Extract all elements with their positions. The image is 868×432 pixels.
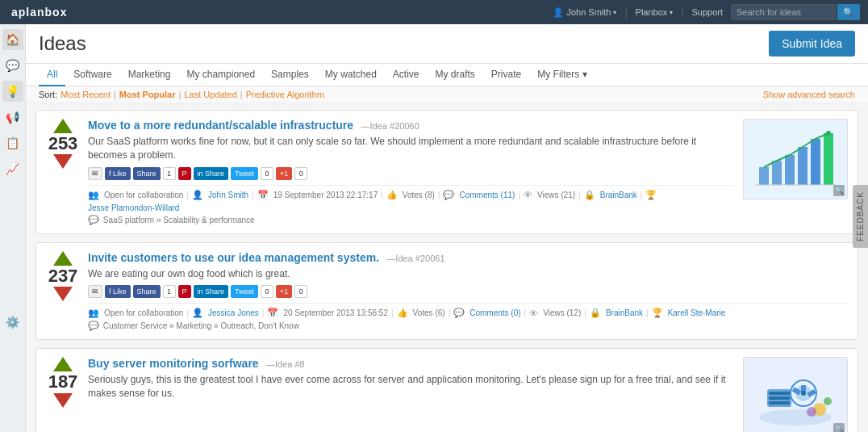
thumb-zoom-2[interactable]: 🔍 xyxy=(833,423,845,432)
meta-tag-link-1[interactable]: Customer Service » Marketing » Outreach,… xyxy=(103,321,299,330)
sort-most-popular[interactable]: Most Popular xyxy=(119,90,176,99)
idea-ref-2: —Idea #8 xyxy=(266,359,305,369)
meta-user-0[interactable]: John Smith xyxy=(208,191,248,199)
views-icon-0: 👁 xyxy=(524,190,532,199)
sidebar-icon-settings[interactable]: ⚙️ xyxy=(2,312,23,333)
vote-down-1[interactable] xyxy=(53,287,73,301)
sidebar-icon-announce[interactable]: 📢 xyxy=(2,107,23,128)
fb-share-btn-0[interactable]: Share xyxy=(133,167,161,180)
fb-like-btn-0[interactable]: f Like xyxy=(105,167,131,180)
tab-active[interactable]: Active xyxy=(385,64,428,86)
tab-my-filters[interactable]: My Filters ▾ xyxy=(529,64,595,86)
status-icon-1: 👥 xyxy=(88,308,99,318)
gplus-count-0: 0 xyxy=(294,167,307,180)
tab-software[interactable]: Software xyxy=(65,64,119,86)
email-btn-0[interactable]: ✉ xyxy=(88,167,102,180)
page-title: Ideas xyxy=(39,32,86,55)
nav-sep-1: | xyxy=(624,6,627,18)
sidebar-icon-home[interactable]: 🏠 xyxy=(2,29,23,50)
tab-my-watched[interactable]: My watched xyxy=(317,64,385,86)
status-1: Open for collaboration xyxy=(104,308,183,317)
thumb-zoom-0[interactable]: 🔍 xyxy=(833,185,845,196)
pin-btn-0[interactable]: P xyxy=(178,167,191,180)
idea-card-0: 253 Move to a more redundant/scalable in… xyxy=(35,110,858,234)
user-menu[interactable]: 👤 John Smith ▾ xyxy=(553,7,616,18)
svg-rect-10 xyxy=(769,392,790,395)
tag-icon-0: 💬 xyxy=(88,215,99,224)
fb-count-0: 1 xyxy=(163,167,176,180)
support-link[interactable]: Support xyxy=(691,7,723,17)
idea-thumb-0: 🔍 xyxy=(743,119,848,199)
meta-comments-0[interactable]: Comments (11) xyxy=(459,191,515,199)
meta-champion-0[interactable]: Jesse Plamondon-Willard xyxy=(88,203,179,212)
fb-share-btn-1[interactable]: Share xyxy=(133,285,161,298)
meta-comments-1[interactable]: Comments (0) xyxy=(469,308,520,317)
tab-private[interactable]: Private xyxy=(483,64,529,86)
search-container: 🔍 xyxy=(731,4,860,20)
fb-count-1: 1 xyxy=(163,285,176,298)
sort-sep-2: | xyxy=(179,90,182,99)
vote-down-2[interactable] xyxy=(53,393,73,408)
sort-predictive[interactable]: Predictive Algorithm xyxy=(246,90,324,99)
fb-like-btn-1[interactable]: f Like xyxy=(105,285,131,298)
meta-brainbank-1[interactable]: BrainBank xyxy=(606,308,643,317)
planbox-label: Planbox xyxy=(636,7,668,17)
sort-sep-3: | xyxy=(240,90,243,99)
idea-title-2[interactable]: Buy server monitoring sorfware xyxy=(88,357,259,370)
meta-champion-1[interactable]: Karell Ste-Marie xyxy=(668,308,726,317)
li-btn-0[interactable]: in Share xyxy=(194,167,229,180)
sidebar-icon-projects[interactable]: 📋 xyxy=(2,132,23,153)
meta-user-1[interactable]: Jessica Jones xyxy=(208,308,259,317)
tab-samples[interactable]: Samples xyxy=(263,64,317,86)
meta-votes-0: Votes (8) xyxy=(403,191,435,199)
tweet-btn-0[interactable]: Tweet xyxy=(231,167,258,180)
svg-rect-0 xyxy=(759,167,769,185)
sort-sep-1: | xyxy=(114,90,116,99)
gplus-btn-0[interactable]: +1 xyxy=(276,167,292,180)
views-icon-1: 👁 xyxy=(529,308,538,318)
sidebar-icon-analytics[interactable]: 📈 xyxy=(2,158,23,179)
meta-tag-link-0[interactable]: SaaS platform » Scalability & performanc… xyxy=(103,216,255,224)
sidebar-icon-messages[interactable]: 💬 xyxy=(2,55,23,76)
tweet-count-0: 0 xyxy=(261,167,273,180)
tweet-btn-1[interactable]: Tweet xyxy=(231,285,258,298)
idea-title-1[interactable]: Invite customers to use our idea managem… xyxy=(88,251,379,264)
status-icon-0: 👥 xyxy=(88,190,99,200)
idea-card-2: 187 Buy server monitoring sorfware —Idea… xyxy=(35,348,858,432)
tabs-bar: All Software Marketing My championed Sam… xyxy=(26,64,868,86)
tab-my-drafts[interactable]: My drafts xyxy=(428,64,483,86)
li-btn-1[interactable]: in Share xyxy=(194,285,229,298)
sidebar-icon-ideas[interactable]: 💡 xyxy=(2,81,23,102)
idea-content-1: Invite customers to use our idea managem… xyxy=(88,251,848,332)
show-advanced-search[interactable]: Show advanced search xyxy=(763,90,855,99)
tab-marketing[interactable]: Marketing xyxy=(120,64,179,86)
svg-point-18 xyxy=(801,391,806,396)
vote-count-0: 253 xyxy=(48,133,78,154)
vote-up-2[interactable] xyxy=(53,357,73,371)
svg-point-6 xyxy=(826,131,831,136)
vote-col-1: 237 xyxy=(46,251,80,332)
email-btn-1[interactable]: ✉ xyxy=(88,285,102,298)
search-input[interactable] xyxy=(731,4,836,20)
cal-icon-0: 📅 xyxy=(257,190,269,200)
svg-point-21 xyxy=(807,407,816,417)
svg-rect-4 xyxy=(811,139,820,185)
planbox-menu[interactable]: Planbox ▾ xyxy=(636,7,674,17)
vote-up-0[interactable] xyxy=(53,119,73,133)
user-icon-meta-1: 👤 xyxy=(192,308,203,318)
tab-my-championed[interactable]: My championed xyxy=(178,64,263,86)
gplus-btn-1[interactable]: +1 xyxy=(276,285,292,298)
vote-up-1[interactable] xyxy=(53,251,73,266)
submit-idea-button[interactable]: Submit Idea xyxy=(769,31,855,57)
search-button[interactable]: 🔍 xyxy=(837,4,860,20)
planbox-caret: ▾ xyxy=(670,9,673,16)
feedback-tab[interactable]: FEEDBACK xyxy=(853,185,868,248)
sort-last-updated[interactable]: Last Updated xyxy=(184,90,236,99)
idea-title-0[interactable]: Move to a more redundant/scalable infras… xyxy=(88,119,353,132)
vote-down-0[interactable] xyxy=(53,154,73,169)
vote-col-2: 187 xyxy=(46,357,80,432)
meta-brainbank-0[interactable]: BrainBank xyxy=(600,191,637,199)
pin-btn-1[interactable]: P xyxy=(178,285,191,298)
sort-most-recent[interactable]: Most Recent xyxy=(61,90,111,99)
tab-all[interactable]: All xyxy=(39,64,65,86)
